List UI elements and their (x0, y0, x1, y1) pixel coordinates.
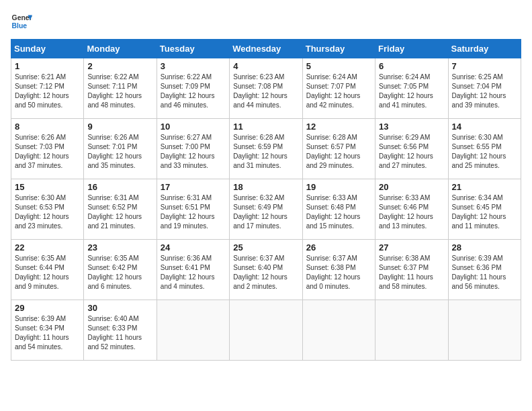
day-cell (375, 300, 448, 361)
day-info: Sunrise: 6:35 AMSunset: 6:42 PMDaylight:… (87, 254, 152, 291)
day-cell: 27 Sunrise: 6:38 AMSunset: 6:37 PMDaylig… (375, 240, 448, 300)
day-number: 19 (306, 182, 371, 192)
day-number: 12 (306, 122, 371, 132)
day-info: Sunrise: 6:40 AMSunset: 6:33 PMDaylight:… (87, 314, 152, 352)
day-cell: 22 Sunrise: 6:35 AMSunset: 6:44 PMDaylig… (11, 240, 84, 300)
day-info: Sunrise: 6:30 AMSunset: 6:53 PMDaylight:… (15, 193, 80, 231)
day-number: 29 (15, 303, 80, 313)
day-number: 1 (15, 61, 80, 71)
day-cell: 29 Sunrise: 6:39 AMSunset: 6:34 PMDaylig… (11, 300, 84, 361)
day-info: Sunrise: 6:22 AMSunset: 7:09 PMDaylight:… (161, 73, 226, 110)
day-info: Sunrise: 6:25 AMSunset: 7:04 PMDaylight:… (452, 73, 517, 110)
day-info: Sunrise: 6:23 AMSunset: 7:08 PMDaylight:… (233, 73, 298, 110)
day-cell: 3 Sunrise: 6:22 AMSunset: 7:09 PMDayligh… (157, 58, 229, 119)
day-cell (157, 300, 229, 361)
week-row-4: 22 Sunrise: 6:35 AMSunset: 6:44 PMDaylig… (11, 240, 521, 300)
day-cell: 21 Sunrise: 6:34 AMSunset: 6:45 PMDaylig… (448, 179, 521, 240)
week-row-5: 29 Sunrise: 6:39 AMSunset: 6:34 PMDaylig… (11, 300, 521, 361)
day-number: 2 (87, 61, 152, 71)
day-info: Sunrise: 6:39 AMSunset: 6:34 PMDaylight:… (15, 314, 80, 352)
day-number: 21 (452, 182, 517, 192)
header-cell-tuesday: Tuesday (157, 40, 229, 58)
day-number: 27 (379, 242, 444, 253)
day-number: 30 (87, 303, 152, 313)
day-number: 7 (452, 61, 517, 71)
logo-icon: General Blue (11, 11, 32, 32)
day-cell: 13 Sunrise: 6:29 AMSunset: 6:56 PMDaylig… (375, 119, 448, 179)
day-cell: 12 Sunrise: 6:28 AMSunset: 6:57 PMDaylig… (302, 119, 375, 179)
week-row-2: 8 Sunrise: 6:26 AMSunset: 7:03 PMDayligh… (11, 119, 521, 179)
week-row-1: 1 Sunrise: 6:21 AMSunset: 7:12 PMDayligh… (11, 58, 521, 119)
day-info: Sunrise: 6:28 AMSunset: 6:57 PMDaylight:… (306, 133, 371, 171)
day-number: 13 (379, 122, 444, 132)
day-cell: 18 Sunrise: 6:32 AMSunset: 6:49 PMDaylig… (230, 179, 302, 240)
week-row-3: 15 Sunrise: 6:30 AMSunset: 6:53 PMDaylig… (11, 179, 521, 240)
header: General Blue (11, 11, 521, 32)
calendar-body: 1 Sunrise: 6:21 AMSunset: 7:12 PMDayligh… (11, 58, 521, 361)
day-number: 4 (233, 61, 298, 71)
day-info: Sunrise: 6:29 AMSunset: 6:56 PMDaylight:… (379, 133, 444, 171)
day-cell: 20 Sunrise: 6:33 AMSunset: 6:46 PMDaylig… (375, 179, 448, 240)
day-info: Sunrise: 6:33 AMSunset: 6:48 PMDaylight:… (306, 193, 371, 231)
day-info: Sunrise: 6:37 AMSunset: 6:38 PMDaylight:… (306, 254, 371, 291)
day-number: 24 (161, 242, 226, 253)
day-cell: 14 Sunrise: 6:30 AMSunset: 6:55 PMDaylig… (448, 119, 521, 179)
day-info: Sunrise: 6:34 AMSunset: 6:45 PMDaylight:… (452, 193, 517, 231)
day-cell: 15 Sunrise: 6:30 AMSunset: 6:53 PMDaylig… (11, 179, 84, 240)
calendar-table: SundayMondayTuesdayWednesdayThursdayFrid… (11, 39, 521, 361)
header-cell-friday: Friday (375, 40, 448, 58)
calendar-header: SundayMondayTuesdayWednesdayThursdayFrid… (11, 40, 521, 58)
day-number: 22 (15, 242, 80, 253)
day-number: 28 (452, 242, 517, 253)
day-info: Sunrise: 6:22 AMSunset: 7:11 PMDaylight:… (87, 73, 152, 110)
header-cell-wednesday: Wednesday (230, 40, 302, 58)
day-cell: 5 Sunrise: 6:24 AMSunset: 7:07 PMDayligh… (302, 58, 375, 119)
day-cell: 2 Sunrise: 6:22 AMSunset: 7:11 PMDayligh… (84, 58, 157, 119)
day-info: Sunrise: 6:27 AMSunset: 7:00 PMDaylight:… (161, 133, 226, 171)
header-cell-sunday: Sunday (11, 40, 84, 58)
day-number: 9 (87, 122, 152, 132)
svg-text:Blue: Blue (12, 22, 28, 30)
day-number: 5 (306, 61, 371, 71)
day-number: 20 (379, 182, 444, 192)
day-cell: 6 Sunrise: 6:24 AMSunset: 7:05 PMDayligh… (375, 58, 448, 119)
day-info: Sunrise: 6:37 AMSunset: 6:40 PMDaylight:… (233, 254, 298, 291)
day-info: Sunrise: 6:39 AMSunset: 6:36 PMDaylight:… (452, 254, 517, 291)
day-cell: 1 Sunrise: 6:21 AMSunset: 7:12 PMDayligh… (11, 58, 84, 119)
day-cell: 30 Sunrise: 6:40 AMSunset: 6:33 PMDaylig… (84, 300, 157, 361)
day-cell: 23 Sunrise: 6:35 AMSunset: 6:42 PMDaylig… (84, 240, 157, 300)
day-info: Sunrise: 6:35 AMSunset: 6:44 PMDaylight:… (15, 254, 80, 291)
day-info: Sunrise: 6:26 AMSunset: 7:01 PMDaylight:… (87, 133, 152, 171)
day-info: Sunrise: 6:31 AMSunset: 6:51 PMDaylight:… (161, 193, 226, 231)
day-cell: 11 Sunrise: 6:28 AMSunset: 6:59 PMDaylig… (230, 119, 302, 179)
day-number: 10 (161, 122, 226, 132)
day-cell: 9 Sunrise: 6:26 AMSunset: 7:01 PMDayligh… (84, 119, 157, 179)
day-cell: 19 Sunrise: 6:33 AMSunset: 6:48 PMDaylig… (302, 179, 375, 240)
day-cell: 25 Sunrise: 6:37 AMSunset: 6:40 PMDaylig… (230, 240, 302, 300)
day-number: 16 (87, 182, 152, 192)
day-cell: 17 Sunrise: 6:31 AMSunset: 6:51 PMDaylig… (157, 179, 229, 240)
day-info: Sunrise: 6:31 AMSunset: 6:52 PMDaylight:… (87, 193, 152, 231)
day-number: 17 (161, 182, 226, 192)
day-info: Sunrise: 6:38 AMSunset: 6:37 PMDaylight:… (379, 254, 444, 291)
day-number: 25 (233, 242, 298, 253)
day-cell (448, 300, 521, 361)
day-number: 23 (87, 242, 152, 253)
day-info: Sunrise: 6:28 AMSunset: 6:59 PMDaylight:… (233, 133, 298, 171)
day-info: Sunrise: 6:32 AMSunset: 6:49 PMDaylight:… (233, 193, 298, 231)
day-number: 8 (15, 122, 80, 132)
day-cell: 8 Sunrise: 6:26 AMSunset: 7:03 PMDayligh… (11, 119, 84, 179)
header-cell-monday: Monday (84, 40, 157, 58)
day-cell: 7 Sunrise: 6:25 AMSunset: 7:04 PMDayligh… (448, 58, 521, 119)
header-row: SundayMondayTuesdayWednesdayThursdayFrid… (11, 40, 521, 58)
header-cell-thursday: Thursday (302, 40, 375, 58)
day-number: 18 (233, 182, 298, 192)
day-cell: 10 Sunrise: 6:27 AMSunset: 7:00 PMDaylig… (157, 119, 229, 179)
day-cell (302, 300, 375, 361)
day-cell: 16 Sunrise: 6:31 AMSunset: 6:52 PMDaylig… (84, 179, 157, 240)
day-info: Sunrise: 6:30 AMSunset: 6:55 PMDaylight:… (452, 133, 517, 171)
header-cell-saturday: Saturday (448, 40, 521, 58)
day-info: Sunrise: 6:24 AMSunset: 7:05 PMDaylight:… (379, 73, 444, 110)
logo: General Blue (11, 11, 35, 32)
day-number: 11 (233, 122, 298, 132)
